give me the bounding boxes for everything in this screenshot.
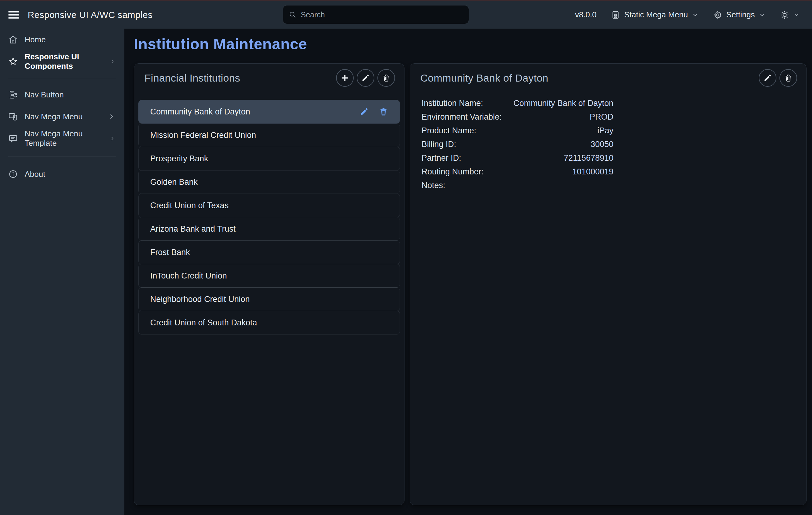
delete-institution-button[interactable]: [377, 69, 395, 87]
institution-name: Frost Bank: [150, 248, 190, 257]
sidebar-item-nav-button[interactable]: Nav Button: [0, 84, 124, 106]
sidebar-item-about[interactable]: About: [0, 163, 124, 185]
trash-icon: [784, 74, 792, 82]
settings-dropdown[interactable]: Settings: [713, 10, 765, 20]
edit-detail-button[interactable]: [759, 69, 776, 87]
detail-panel-title: Community Bank of Dayton: [420, 72, 548, 84]
institution-name: Credit Union of South Dakota: [150, 318, 257, 327]
sidebar-item-label: Nav Mega Menu: [25, 112, 83, 121]
add-institution-button[interactable]: [336, 69, 354, 87]
institution-name: Credit Union of Texas: [150, 201, 229, 210]
document-refresh-icon: [8, 89, 19, 100]
field-label: Routing Number:: [422, 167, 484, 177]
institution-row[interactable]: Credit Union of Texas: [138, 194, 400, 217]
trash-icon: [379, 107, 388, 116]
institution-row[interactable]: Golden Bank: [138, 170, 400, 194]
chevron-down-icon: [793, 11, 800, 18]
sidebar-item-nav-mega-menu-template[interactable]: Nav Mega Menu Template: [0, 128, 124, 150]
field-product-name: Product Name: iPay: [422, 124, 613, 138]
institution-row[interactable]: Neighborhood Credit Union: [138, 287, 400, 311]
institution-name: Neighborhood Credit Union: [150, 295, 250, 304]
sidebar-divider: [8, 78, 116, 78]
institution-row[interactable]: Frost Bank: [138, 240, 400, 264]
sidebar-item-nav-mega-menu[interactable]: Nav Mega Menu: [0, 106, 124, 128]
institution-row[interactable]: Credit Union of South Dakota: [138, 311, 400, 334]
sidebar-divider: [8, 156, 116, 157]
chevron-down-icon: [692, 11, 699, 18]
institution-row[interactable]: Mission Federal Credit Union: [138, 123, 400, 147]
field-value: Community Bank of Dayton: [513, 99, 613, 108]
pencil-icon: [763, 74, 772, 82]
search-box[interactable]: [283, 5, 469, 24]
top-navbar: Responsive UI A/WC samples v8.0.0 Static…: [0, 1, 812, 29]
devices-icon: [8, 111, 19, 122]
institution-row[interactable]: InTouch Credit Union: [138, 264, 400, 288]
institution-row-selected[interactable]: Community Bank of Dayton: [138, 100, 400, 124]
info-icon: [8, 169, 19, 179]
field-notes: Notes:: [422, 179, 613, 192]
financial-institutions-panel: Financial Institutions Community Bank of…: [134, 63, 404, 505]
field-label: Partner ID:: [422, 154, 461, 163]
chat-template-icon: [8, 133, 19, 144]
field-billing-id: Billing ID: 30050: [422, 138, 613, 151]
field-value: iPay: [597, 126, 613, 135]
settings-label: Settings: [726, 10, 755, 20]
trash-icon: [382, 74, 390, 82]
main-content: Institution Maintenance Financial Instit…: [124, 29, 812, 515]
version-label: v8.0.0: [575, 10, 597, 20]
field-partner-id: Partner ID: 72115678910: [422, 151, 613, 165]
field-institution-name: Institution Name: Community Bank of Dayt…: [422, 97, 613, 110]
chevron-right-icon: [108, 113, 115, 120]
field-environment-variable: Environment Variable: PROD: [422, 110, 613, 124]
field-value: 30050: [590, 140, 613, 149]
pencil-icon: [361, 74, 370, 82]
delete-selected-institution-button[interactable]: [379, 107, 388, 116]
sidebar: Home Responsive UI Components Nav Button…: [0, 29, 124, 515]
sidebar-item-label: Home: [25, 35, 46, 45]
search-icon: [289, 11, 296, 19]
search-input[interactable]: [301, 10, 463, 19]
field-value: PROD: [590, 112, 613, 122]
institutions-list: Community Bank of Dayton Mission Federal…: [138, 100, 400, 334]
hamburger-icon: [8, 11, 19, 12]
field-routing-number: Routing Number: 101000019: [422, 165, 613, 179]
page-title: Institution Maintenance: [134, 35, 807, 53]
institution-name: Community Bank of Dayton: [150, 107, 250, 116]
sidebar-item-label: Nav Mega Menu Template: [25, 129, 103, 148]
institution-row[interactable]: Prosperity Bank: [138, 147, 400, 170]
star-icon: [8, 56, 19, 67]
field-label: Environment Variable:: [422, 112, 502, 122]
sidebar-item-label: About: [25, 169, 45, 179]
institution-name: Arizona Bank and Trust: [150, 224, 236, 234]
theme-toggle-dropdown[interactable]: [780, 10, 800, 20]
institution-name: Golden Bank: [150, 178, 198, 187]
field-label: Institution Name:: [422, 99, 483, 108]
chevron-right-icon: [110, 58, 115, 65]
institution-name: Mission Federal Credit Union: [150, 131, 256, 140]
mega-menu-icon: [611, 10, 620, 20]
app-title: Responsive UI A/WC samples: [28, 10, 153, 20]
edit-selected-institution-button[interactable]: [359, 107, 369, 116]
sidebar-item-home[interactable]: Home: [0, 29, 124, 51]
mega-menu-dropdown[interactable]: Static Mega Menu: [611, 10, 699, 20]
sidebar-item-responsive-ui-components[interactable]: Responsive UI Components: [0, 51, 124, 73]
institution-name: Prosperity Bank: [150, 154, 208, 163]
chevron-right-icon: [109, 135, 115, 142]
sidebar-item-label: Responsive UI Components: [25, 52, 104, 71]
chevron-down-icon: [759, 11, 765, 18]
plus-icon: [340, 73, 349, 82]
gear-icon: [713, 10, 722, 20]
field-label: Product Name:: [422, 126, 476, 135]
sidebar-item-label: Nav Button: [25, 90, 64, 100]
institution-name: InTouch Credit Union: [150, 271, 227, 281]
institution-fields: Institution Name: Community Bank of Dayt…: [422, 97, 613, 192]
mega-menu-label: Static Mega Menu: [624, 10, 688, 20]
delete-detail-button[interactable]: [779, 69, 797, 87]
field-label: Billing ID:: [422, 140, 456, 149]
edit-institution-button[interactable]: [357, 69, 374, 87]
home-icon: [8, 34, 19, 45]
institution-detail-panel: Community Bank of Dayton Institution Nam…: [410, 63, 807, 505]
institution-row[interactable]: Arizona Bank and Trust: [138, 217, 400, 241]
pencil-icon: [359, 107, 369, 116]
hamburger-menu-button[interactable]: [8, 11, 20, 19]
